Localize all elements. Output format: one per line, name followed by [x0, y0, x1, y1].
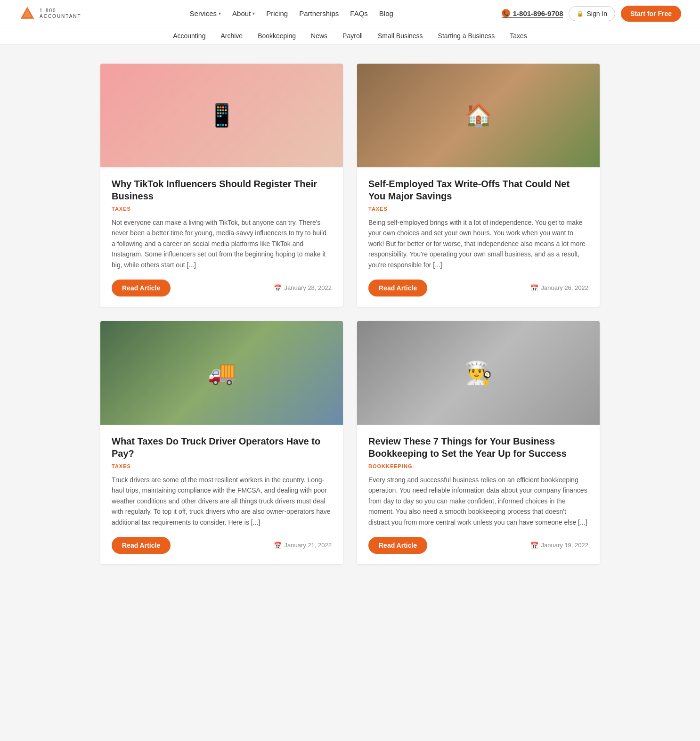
main-nav: Services ▾ About ▾ Pricing Partnerships … — [190, 9, 393, 17]
nav-about[interactable]: About ▾ — [232, 9, 255, 17]
article-title: Why TikTok Influencers Should Register T… — [112, 178, 332, 202]
article-card: 🚚 What Taxes Do Truck Driver Operators H… — [100, 321, 343, 564]
article-excerpt: Truck drivers are some of the most resil… — [112, 475, 332, 527]
nav-faqs[interactable]: FAQs — [350, 9, 368, 17]
site-header: 1-800 ACCOUNTANT Services ▾ About ▾ Pric… — [0, 0, 700, 27]
calendar-icon: 📅 — [274, 284, 282, 292]
article-title: What Taxes Do Truck Driver Operators Hav… — [112, 435, 332, 460]
article-excerpt: Every strong and successful business rel… — [368, 475, 588, 527]
article-date: 📅 January 28, 2022 — [274, 284, 332, 292]
article-body: Self-Employed Tax Write-Offs That Could … — [357, 167, 600, 307]
article-image-chef: 👨‍🍳 — [357, 321, 600, 425]
phone-icon: 📞 — [502, 9, 510, 17]
start-free-button[interactable]: Start for Free — [621, 6, 681, 22]
article-footer: Read Article 📅 January 26, 2022 — [368, 280, 588, 296]
article-category: TAXES — [368, 206, 588, 212]
subnav-starting-business[interactable]: Starting a Business — [438, 32, 495, 40]
article-category: TAXES — [112, 206, 332, 212]
article-excerpt: Being self-employed brings with it a lot… — [368, 217, 588, 270]
subnav-archive[interactable]: Archive — [220, 32, 243, 40]
article-date: 📅 January 19, 2022 — [530, 542, 588, 549]
article-title: Self-Employed Tax Write-Offs That Could … — [368, 178, 588, 202]
chevron-icon: ▾ — [219, 11, 221, 16]
logo-text: 1-800 ACCOUNTANT — [40, 8, 81, 19]
article-body: Review These 7 Things for Your Business … — [357, 425, 600, 564]
article-image-selfemployed: 🏠 — [357, 64, 600, 167]
article-title: Review These 7 Things for Your Business … — [368, 435, 588, 460]
subnav-payroll[interactable]: Payroll — [342, 32, 363, 40]
lock-icon: 🔒 — [577, 10, 584, 17]
calendar-icon: 📅 — [530, 542, 538, 549]
subnav-taxes[interactable]: Taxes — [510, 32, 527, 40]
calendar-icon: 📅 — [274, 542, 282, 549]
main-content: 📱 Why TikTok Influencers Should Register… — [91, 64, 609, 564]
article-body: What Taxes Do Truck Driver Operators Hav… — [100, 425, 343, 564]
nav-blog[interactable]: Blog — [379, 9, 393, 17]
article-body: Why TikTok Influencers Should Register T… — [100, 167, 343, 307]
article-category: TAXES — [112, 463, 332, 469]
header-right: 📞 1-801-896-9708 🔒 Sign In Start for Fre… — [502, 6, 681, 22]
phone-link[interactable]: 📞 1-801-896-9708 — [502, 9, 563, 18]
subnav-accounting[interactable]: Accounting — [173, 32, 205, 40]
sign-in-button[interactable]: 🔒 Sign In — [569, 6, 615, 21]
nav-pricing[interactable]: Pricing — [266, 9, 288, 17]
nav-partnerships[interactable]: Partnerships — [299, 9, 339, 17]
chevron-icon: ▾ — [252, 11, 255, 16]
article-card: 👨‍🍳 Review These 7 Things for Your Busin… — [357, 321, 600, 564]
article-date: 📅 January 26, 2022 — [530, 284, 588, 292]
read-article-button[interactable]: Read Article — [368, 280, 427, 296]
article-grid: 📱 Why TikTok Influencers Should Register… — [100, 64, 600, 564]
article-image-tiktok: 📱 — [100, 64, 343, 167]
article-excerpt: Not everyone can make a living with TikT… — [112, 217, 332, 270]
logo[interactable]: 1-800 ACCOUNTANT — [19, 5, 81, 22]
article-date: 📅 January 21, 2022 — [274, 542, 332, 549]
sub-nav: Accounting Archive Bookkeeping News Payr… — [0, 27, 700, 45]
read-article-button[interactable]: Read Article — [112, 280, 171, 296]
article-image-truck: 🚚 — [100, 321, 343, 425]
article-category: BOOKKEEPING — [368, 463, 588, 469]
nav-services[interactable]: Services ▾ — [190, 9, 221, 17]
article-footer: Read Article 📅 January 28, 2022 — [112, 280, 332, 296]
read-article-button[interactable]: Read Article — [368, 537, 427, 554]
article-card: 📱 Why TikTok Influencers Should Register… — [100, 64, 343, 307]
calendar-icon: 📅 — [530, 284, 538, 292]
subnav-bookkeeping[interactable]: Bookkeeping — [258, 32, 296, 40]
subnav-news[interactable]: News — [311, 32, 327, 40]
article-footer: Read Article 📅 January 19, 2022 — [368, 537, 588, 554]
subnav-small-business[interactable]: Small Business — [378, 32, 423, 40]
read-article-button[interactable]: Read Article — [112, 537, 171, 554]
article-card: 🏠 Self-Employed Tax Write-Offs That Coul… — [357, 64, 600, 307]
article-footer: Read Article 📅 January 21, 2022 — [112, 537, 332, 554]
